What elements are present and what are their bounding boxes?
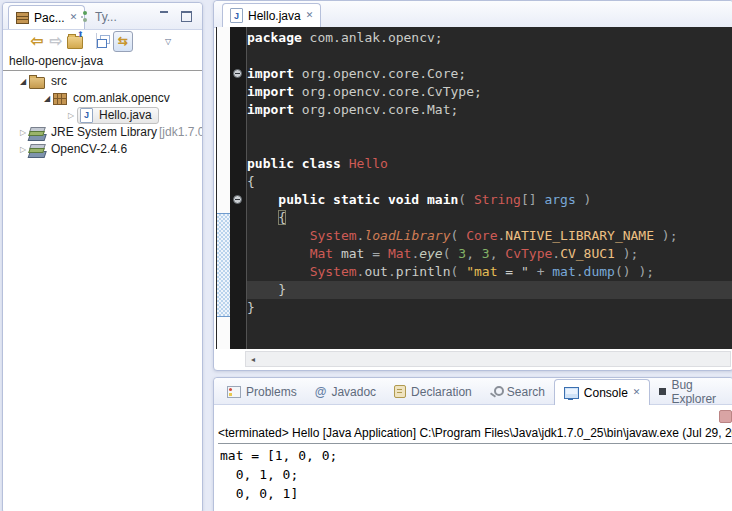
code-line[interactable]: package com.anlak.opencv;: [247, 29, 732, 47]
code-token: +: [537, 264, 553, 279]
code-token: );: [654, 228, 677, 243]
code-token: mat: [333, 246, 372, 261]
code-token: Core: [466, 228, 497, 243]
folder-package-icon: [29, 77, 45, 89]
tree-item-label: Hello.java: [97, 107, 154, 124]
code-token: Mat: [310, 246, 333, 261]
code-token: [247, 192, 278, 207]
code-token: [247, 210, 278, 225]
tab-problems[interactable]: Problems: [218, 379, 306, 404]
tree-item-label: JRE System Library: [49, 124, 159, 141]
tree-item-project[interactable]: hello-opencv-java: [3, 53, 202, 71]
tab-hello-java[interactable]: J Hello.java ✕: [222, 3, 321, 27]
view-menu-icon: ▽: [165, 37, 171, 46]
view-menu-button[interactable]: ▽: [158, 31, 178, 51]
minimize-button[interactable]: [159, 10, 170, 20]
code-token: {: [247, 174, 255, 189]
close-icon[interactable]: ✕: [306, 11, 314, 20]
terminate-button[interactable]: [719, 410, 732, 423]
tree-item-label: src: [49, 73, 69, 90]
code-token: ,: [490, 246, 506, 261]
code-token: () );: [615, 264, 654, 279]
library-icon: [29, 143, 45, 156]
code-line[interactable]: }: [247, 281, 732, 299]
tab-bug[interactable]: Bug: [725, 379, 732, 404]
console-icon: [564, 387, 579, 399]
range-indicator: [217, 213, 230, 317]
tree-item-opencv-246[interactable]: ▷OpenCV-2.4.6: [3, 141, 202, 158]
link-with-editor-icon: ⇆: [113, 31, 133, 52]
code-line[interactable]: }: [247, 299, 732, 317]
code-line[interactable]: import org.opencv.core.Core;: [247, 65, 732, 83]
tree-item-hello-java[interactable]: ▷JHello.java: [3, 107, 202, 124]
up-folder-button[interactable]: [65, 31, 85, 51]
console-output-line: 0, 0, 1]: [220, 484, 337, 503]
tree-expand-arrow[interactable]: ◢: [41, 90, 53, 107]
code-line[interactable]: [247, 47, 732, 65]
code-line[interactable]: public class Hello: [247, 155, 732, 173]
code-token: 3: [458, 246, 466, 261]
code-token: .: [388, 264, 396, 279]
code-token: String: [474, 192, 521, 207]
code-token: = ": [498, 264, 537, 279]
back-icon: ⇦: [31, 32, 44, 50]
tab-javadoc[interactable]: @Javadoc: [306, 379, 385, 404]
tree-item-label: com.anlak.opencv: [71, 90, 172, 107]
annotation-ruler: [217, 27, 230, 349]
tab-search[interactable]: Search: [481, 379, 554, 404]
minimize-icon: [160, 11, 168, 13]
tab-label: Problems: [246, 385, 297, 399]
tab-label: Search: [507, 385, 545, 399]
code-token: System: [310, 228, 357, 243]
code-line[interactable]: import org.opencv.core.Mat;: [247, 101, 732, 119]
tab-declaration[interactable]: Declaration: [385, 379, 481, 404]
link-with-editor-button[interactable]: ⇆: [113, 31, 133, 51]
search-icon: [490, 386, 502, 398]
code-line[interactable]: Mat mat = Mat.eye( 3, 3, CvType.CV_8UC1 …: [247, 245, 732, 263]
editor-tab-bar: J Hello.java ✕: [214, 1, 732, 28]
code-token: import: [247, 102, 294, 117]
horizontal-scrollbar[interactable]: ◂: [245, 351, 731, 367]
collapse-all-icon: [97, 35, 110, 48]
tree-item-jre-system-library[interactable]: ▷JRE System Library [jdk1.7.0: [3, 124, 202, 141]
code-token: 3: [482, 246, 490, 261]
tab-console[interactable]: Console✕: [554, 379, 651, 405]
collapse-all-button[interactable]: [93, 31, 113, 51]
tree-item-label: OpenCV-2.4.6: [49, 141, 129, 158]
code-line[interactable]: System.loadLibrary( Core.NATIVE_LIBRARY_…: [247, 227, 732, 245]
tree-item-src[interactable]: ◢src: [3, 73, 202, 90]
tab-bug-explorer[interactable]: Bug Explorer: [650, 379, 725, 404]
tree-item-com-anlak-opencv[interactable]: ◢com.anlak.opencv: [3, 90, 202, 107]
code-token: Mat: [388, 246, 411, 261]
code-token: {: [278, 210, 286, 225]
maximize-button[interactable]: [181, 10, 192, 20]
code-line[interactable]: {: [247, 209, 732, 227]
code-token: org.opencv.core.Mat;: [294, 102, 458, 117]
fold-collapse-icon[interactable]: [233, 69, 242, 78]
tab-label: Declaration: [411, 385, 472, 399]
scroll-left-icon[interactable]: ◂: [246, 355, 260, 364]
tree-collapse-arrow[interactable]: ▷: [17, 124, 29, 141]
code-line[interactable]: System.out.println( "mat = " + mat.dump(…: [247, 263, 732, 281]
code-line[interactable]: [247, 137, 732, 155]
tree-collapse-arrow[interactable]: ▷: [17, 141, 29, 158]
back-button[interactable]: ⇦: [27, 31, 47, 51]
code-area[interactable]: package com.anlak.opencv;import org.open…: [247, 27, 732, 351]
code-token: eye: [419, 246, 442, 261]
forward-button[interactable]: ⇨: [46, 31, 66, 51]
declaration-icon: [394, 385, 406, 398]
code-line[interactable]: [247, 119, 732, 137]
code-line[interactable]: import org.opencv.core.CvType;: [247, 83, 732, 101]
code-token: (: [451, 264, 467, 279]
package-explorer-pane: Pac... ✕ Ty... ⇦⇨⇆▽ hello-opencv-java◢sr…: [2, 2, 203, 511]
console-output[interactable]: mat = [1, 0, 0; 0, 1, 0; 0, 0, 1]: [220, 446, 337, 503]
tree-collapse-arrow[interactable]: ▷: [65, 107, 77, 124]
console-output-line: mat = [1, 0, 0;: [220, 446, 337, 465]
code-line[interactable]: {: [247, 173, 732, 191]
fold-collapse-icon[interactable]: [233, 195, 242, 204]
tree-expand-arrow[interactable]: ◢: [17, 73, 29, 90]
code-line[interactable]: public static void main( String[] args ): [247, 191, 732, 209]
close-icon[interactable]: ✕: [633, 388, 641, 397]
tab-type-hierarchy[interactable]: Ty...: [73, 5, 124, 28]
code-token: import: [247, 66, 294, 81]
